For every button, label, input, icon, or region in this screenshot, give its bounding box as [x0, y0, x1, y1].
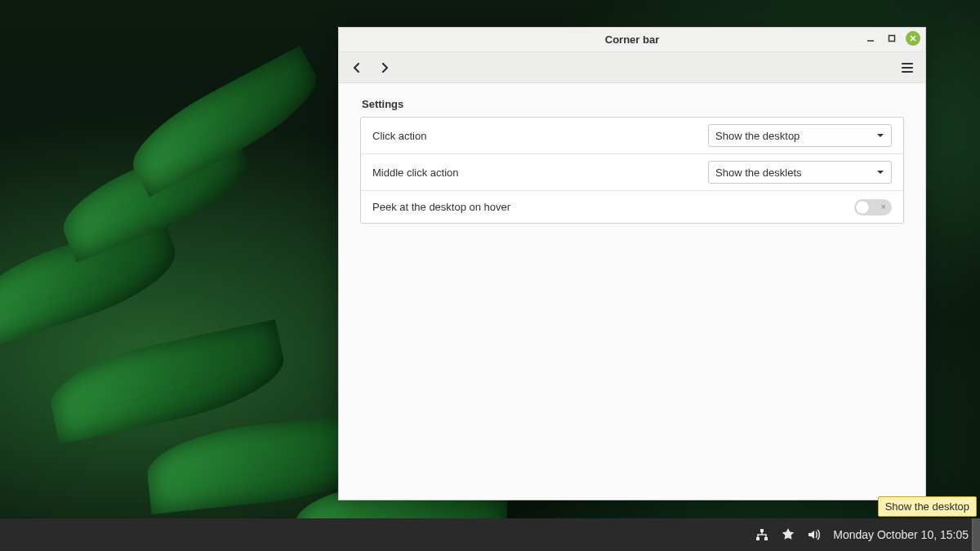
setting-label: Middle click action — [372, 167, 708, 179]
corner-bar-hotcorner[interactable] — [972, 518, 980, 551]
select-value: Show the desklets — [715, 167, 871, 179]
svg-rect-1 — [889, 36, 895, 42]
svg-rect-8 — [756, 537, 760, 540]
setting-label: Peek at the desktop on hover — [372, 201, 854, 213]
middle-click-action-select[interactable]: Show the desklets — [708, 161, 892, 184]
select-value: Show the desktop — [715, 130, 871, 142]
svg-rect-7 — [760, 529, 764, 532]
window-controls — [863, 31, 920, 46]
peek-hover-switch[interactable]: × — [854, 199, 892, 216]
switch-knob — [856, 201, 869, 214]
window-close-button[interactable] — [906, 31, 920, 46]
menu-button[interactable] — [898, 58, 917, 78]
setting-label: Click action — [372, 130, 708, 142]
click-action-select[interactable]: Show the desktop — [708, 124, 892, 147]
settings-group: Click action Show the desktop Middle cli… — [360, 117, 904, 224]
toolbar — [339, 52, 925, 83]
window-title: Corner bar — [605, 33, 659, 46]
setting-row-click-action: Click action Show the desktop — [361, 118, 903, 153]
window-minimize-button[interactable] — [863, 31, 878, 46]
star-icon[interactable] — [781, 527, 795, 542]
window-maximize-button[interactable] — [884, 31, 899, 46]
network-icon[interactable] — [755, 527, 769, 542]
corner-bar-tooltip: Show the desktop — [878, 496, 977, 517]
switch-off-mark: × — [881, 202, 886, 211]
window-titlebar[interactable]: Corner bar — [339, 28, 925, 52]
chevron-down-icon — [876, 130, 884, 142]
back-button[interactable] — [347, 58, 367, 78]
panel-clock[interactable]: Monday October 10, 15:05 — [833, 528, 972, 541]
settings-window: Corner bar Settings Click — [338, 27, 926, 500]
section-title: Settings — [362, 98, 904, 110]
chevron-down-icon — [876, 167, 884, 179]
setting-row-middle-click-action: Middle click action Show the desklets — [361, 153, 903, 190]
settings-content: Settings Click action Show the desktop M… — [339, 83, 925, 500]
taskbar-panel[interactable]: Monday October 10, 15:05 — [0, 518, 980, 551]
setting-row-peek-hover: Peek at the desktop on hover × — [361, 190, 903, 223]
volume-icon[interactable] — [807, 527, 822, 542]
svg-rect-9 — [764, 537, 768, 540]
forward-button[interactable] — [375, 58, 394, 78]
